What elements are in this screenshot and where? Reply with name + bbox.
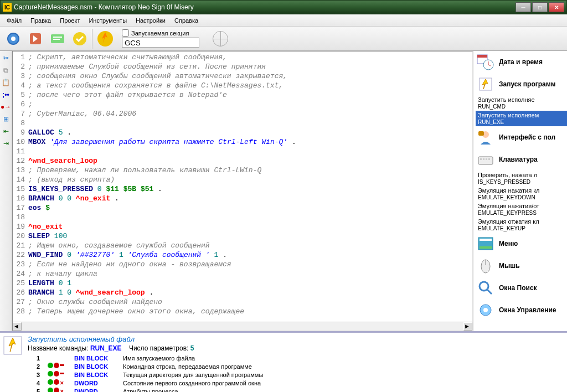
svg-rect-4: [53, 37, 62, 38]
minimize-button[interactable]: ─: [516, 2, 531, 12]
launch-section-input[interactable]: [122, 38, 199, 48]
user-icon: [476, 128, 496, 146]
svg-point-24: [480, 282, 488, 291]
code-line[interactable]: 16BRANCH 0 0 ^no_exit .: [13, 194, 472, 203]
lightning-icon: [476, 75, 496, 93]
code-line[interactable]: 4; а текст сообщения сохраняется в файле…: [13, 81, 472, 90]
svg-point-27: [483, 308, 488, 312]
code-line[interactable]: 10MBOX 'Для завершения работы скрипта на…: [13, 137, 472, 147]
section-datetime[interactable]: Дата и время: [473, 51, 567, 73]
code-line[interactable]: 1; Скрипт, автоматически считывающий соо…: [13, 53, 472, 62]
menu-help[interactable]: Справка: [170, 16, 203, 25]
launch-checkbox[interactable]: [122, 29, 129, 37]
code-line[interactable]: 11: [13, 147, 472, 156]
target-icon[interactable]: [213, 31, 228, 47]
code-line[interactable]: 13; Проверяем, нажал ли пользователь кла…: [13, 166, 472, 175]
menu-settings[interactable]: Настройки: [131, 16, 170, 25]
indent-icon[interactable]: ⇥: [1, 138, 11, 148]
code-line[interactable]: 8: [13, 118, 472, 128]
section-mouse[interactable]: Мышь: [473, 255, 567, 277]
semicolon-icon[interactable]: ;••: [1, 90, 11, 100]
magnifier-icon: [476, 279, 496, 297]
palette-item[interactable]: Проверить, нажата лIS_KEYS_PRESSED: [476, 171, 567, 186]
tool-gear-icon[interactable]: [3, 29, 23, 49]
menu-edit[interactable]: Правка: [26, 16, 55, 25]
code-line[interactable]: 24; к началу цикла: [13, 269, 472, 278]
menu-icon: [476, 235, 496, 252]
palette-item[interactable]: Эмуляция отжатия клEMULATE_KEYUP: [476, 217, 567, 233]
code-line[interactable]: 9GALLOC 5 .: [13, 128, 472, 137]
horizontal-scrollbar[interactable]: ◄►: [13, 322, 472, 331]
cut-icon[interactable]: ✂: [1, 53, 11, 63]
code-line[interactable]: 7; CyberManiac, 06.04.2006: [13, 109, 472, 118]
code-line[interactable]: 27; Окно службы сообщений найдено: [13, 297, 472, 307]
gear-icon: [476, 301, 496, 319]
menu-file[interactable]: Файл: [2, 16, 26, 25]
code-line[interactable]: 17eos $: [13, 203, 472, 213]
code-line[interactable]: 25LENGTH 0 1: [13, 278, 472, 288]
palette-item[interactable]: Эмуляция нажатия/отEMULATE_KEYPRESS: [476, 202, 567, 217]
help-panel: Запустить исполняемый файл Название кома…: [0, 331, 567, 392]
svg-rect-9: [477, 55, 487, 58]
svg-rect-5: [53, 39, 60, 40]
tool-check-icon[interactable]: [70, 29, 90, 49]
code-line[interactable]: 20SLEEP 100: [13, 231, 472, 241]
code-line[interactable]: 5; после чего этот файл открывается в No…: [13, 90, 472, 100]
section-keyboard[interactable]: Клавиатура: [473, 148, 567, 171]
code-line[interactable]: 2; принимаемые Службой сообщений из сети…: [13, 62, 472, 71]
param-row: 2BIN BLOCKКомандная строка, передаваемая…: [37, 363, 565, 371]
help-param-count: 5: [190, 344, 194, 352]
code-line[interactable]: 22WND_FIND 0 '##32770' 1 'Служба сообщен…: [13, 250, 472, 260]
keyboard-icon: [476, 151, 496, 168]
code-line[interactable]: 21; Ищем окно, создаваемое службой сообщ…: [13, 241, 472, 250]
section-menu[interactable]: Меню: [473, 233, 567, 255]
close-button[interactable]: ✕: [549, 2, 564, 12]
code-line[interactable]: 3; сообщения окно Службы сообщений автом…: [13, 71, 472, 81]
code-line[interactable]: 23; Если не найдено ни одного окна - воз…: [13, 260, 472, 269]
app-icon: IC: [3, 3, 12, 12]
titlebar: IC CaptureNetMessages.nsm - Компилятор N…: [0, 0, 567, 14]
maximize-button[interactable]: □: [532, 2, 548, 12]
svg-rect-14: [478, 157, 493, 164]
svg-point-1: [11, 37, 16, 41]
code-line[interactable]: 19^no_exit: [13, 222, 472, 231]
code-line[interactable]: 15IS_KEYS_PRESSED 0 $11 $5B $51 .: [13, 184, 472, 194]
code-line[interactable]: 26BRANCH 1 0 ^wnd_search_loop .: [13, 288, 472, 297]
palette-item[interactable]: Эмуляция нажатия клEMULATE_KEYDOWN: [476, 186, 567, 202]
code-line[interactable]: 12^wnd_search_loop: [13, 156, 472, 166]
command-palette[interactable]: Дата и время Запуск программ Запустить и…: [473, 51, 567, 331]
section-windows-search[interactable]: Окна Поиск: [473, 277, 567, 299]
svg-rect-20: [480, 239, 492, 241]
svg-rect-17: [486, 158, 487, 160]
section-interface[interactable]: Интерфейс с пол: [473, 126, 567, 148]
section-launch[interactable]: Запуск программ: [473, 73, 567, 95]
code-line[interactable]: 28; Теперь ищем дочернее окно этого окна…: [13, 307, 472, 316]
svg-rect-18: [488, 158, 490, 160]
palette-item[interactable]: Запустить исполняеRUN_CMD: [476, 95, 567, 111]
launch-section-checkbox[interactable]: Запускаемая секция: [122, 29, 199, 37]
menu-tools[interactable]: Инструменты: [84, 16, 131, 25]
outdent-icon[interactable]: ⇤: [1, 126, 11, 136]
tool-build-icon[interactable]: [48, 29, 68, 49]
menu-project[interactable]: Проект: [55, 16, 84, 25]
code-line[interactable]: 14; (выход из скрипта): [13, 175, 472, 184]
breakpoint-icon[interactable]: ●→: [1, 102, 11, 112]
section-windows-manage[interactable]: Окна Управление: [473, 299, 567, 321]
tool-run-icon[interactable]: [95, 29, 115, 49]
code-editor[interactable]: 1; Скрипт, автоматически считывающий соо…: [12, 51, 473, 331]
code-line[interactable]: 18: [13, 213, 472, 222]
toolbar-separator: [92, 29, 93, 49]
param-row: 3BIN BLOCKТекущая директория для запущен…: [37, 371, 565, 379]
structure-icon[interactable]: ⊞: [1, 114, 11, 124]
copy-icon[interactable]: ⧉: [1, 65, 11, 75]
palette-item[interactable]: Запустить исполняемRUN_EXE: [476, 111, 567, 126]
paste-icon[interactable]: 📋: [1, 78, 11, 87]
menubar: Файл Правка Проект Инструменты Настройки…: [0, 14, 567, 27]
help-param-label: Число параметров:: [129, 344, 188, 352]
svg-line-25: [487, 290, 492, 294]
launch-section-label: Запускаемая секция: [131, 30, 189, 37]
help-cmd-label: Название команды:: [28, 344, 89, 352]
code-line[interactable]: 6;: [13, 100, 472, 109]
tool-compile-icon[interactable]: [25, 29, 45, 49]
svg-rect-15: [480, 158, 482, 160]
